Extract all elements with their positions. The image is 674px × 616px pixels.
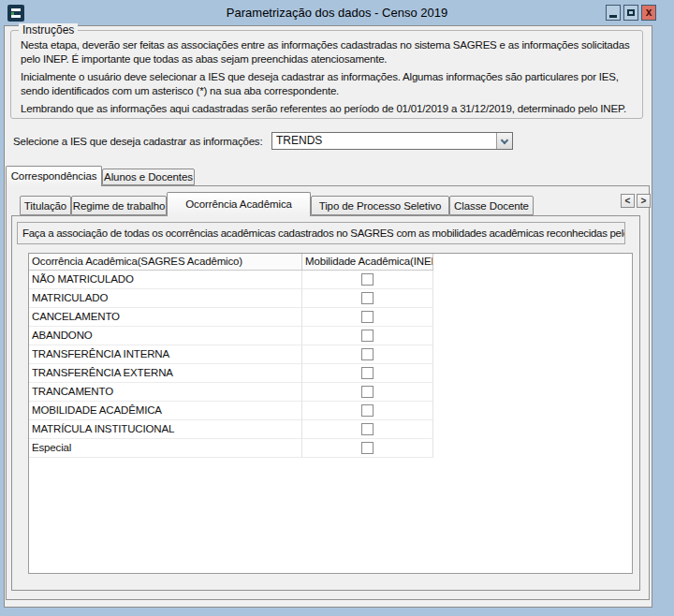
table-row[interactable]: NÃO MATRICULADO (29, 271, 632, 289)
dialog-body: Instruções Nesta etapa, deverão ser feit… (5, 26, 652, 607)
window-controls: x (606, 5, 656, 21)
mobility-checkbox[interactable] (361, 311, 374, 323)
mobility-checkbox[interactable] (361, 367, 374, 379)
table-row[interactable]: ABANDONO (29, 327, 632, 345)
mobility-checkbox[interactable] (361, 273, 374, 286)
mobility-cell (302, 402, 433, 420)
mobility-checkbox[interactable] (361, 386, 374, 398)
tab-regime-de-trabalho[interactable]: Regime de trabalho (71, 196, 167, 215)
occurrence-label: MATRICULADO (29, 289, 302, 308)
combobox-dropdown-button[interactable] (496, 133, 512, 149)
close-icon: x (646, 6, 652, 20)
table-row[interactable]: TRANSFERÊNCIA EXTERNA (29, 364, 632, 383)
occurrence-label: TRANCAMENTO (29, 383, 302, 402)
tab-scroll-right-button[interactable]: > (637, 194, 651, 208)
mobility-checkbox[interactable] (361, 292, 374, 304)
tab-classe-docente[interactable]: Classe Docente (449, 196, 534, 215)
instructions-groupbox: Instruções Nesta etapa, deverão ser feit… (10, 30, 643, 119)
grid-header-row: Ocorrência Acadêmica(SAGRES Acadêmico) M… (29, 254, 632, 271)
mobility-cell (302, 364, 433, 383)
table-row[interactable]: Especial (29, 439, 632, 458)
mobility-checkbox[interactable] (361, 442, 374, 454)
occurrence-label: Especial (29, 439, 302, 458)
maximize-icon (627, 9, 635, 16)
mobility-checkbox[interactable] (361, 330, 374, 342)
mobility-checkbox[interactable] (361, 423, 374, 435)
tab-titulacao[interactable]: Titulação (20, 196, 71, 215)
chevron-down-icon (501, 137, 508, 144)
table-row[interactable]: CANCELAMENTO (29, 308, 632, 327)
mobility-cell (302, 308, 433, 327)
mobility-checkbox[interactable] (361, 348, 374, 360)
window-title: Parametrização dos dados - Censo 2019 (0, 0, 674, 26)
association-instruction-bar: Faça a associação de todas os ocorrência… (17, 222, 625, 244)
occurrence-label: TRANSFERÊNCIA INTERNA (29, 345, 302, 364)
mobility-checkbox[interactable] (361, 404, 374, 417)
ies-combobox[interactable]: TRENDS (271, 132, 513, 150)
mobility-cell (302, 345, 433, 364)
association-grid: Ocorrência Acadêmica(SAGRES Acadêmico) M… (28, 253, 633, 574)
tab-tipo-de-processo-seletivo[interactable]: Tipo de Processo Seletivo (311, 196, 449, 215)
occurrence-label: MATRÍCULA INSTITUCIONAL (29, 420, 302, 439)
table-row[interactable]: MATRICULADO (29, 289, 632, 308)
mobility-cell (302, 439, 433, 458)
minimize-icon (609, 15, 617, 18)
instructions-paragraph: Lembrando que as informações aqui cadast… (21, 102, 633, 116)
mobility-cell (302, 289, 433, 308)
table-row[interactable]: TRANCAMENTO (29, 383, 632, 402)
title-bar: Parametrização dos dados - Censo 2019 x (0, 0, 674, 26)
tab-scroll-left-button[interactable]: < (621, 194, 635, 208)
mobility-cell (302, 420, 433, 439)
occurrence-label: TRANSFERÊNCIA EXTERNA (29, 364, 302, 383)
occurrence-label: NÃO MATRICULADO (29, 271, 302, 289)
ies-combobox-value: TRENDS (276, 134, 322, 147)
mobility-cell (302, 327, 433, 345)
table-row[interactable]: MOBILIDADE ACADÊMICA (29, 402, 632, 420)
table-row[interactable]: TRANSFERÊNCIA INTERNA (29, 345, 632, 364)
instructions-paragraph: Nesta etapa, deverão ser feitas as assoc… (21, 38, 633, 66)
maximize-button[interactable] (623, 5, 638, 21)
column-header-inep: Mobilidade Acadêmica(INEP) (302, 254, 433, 271)
occurrence-label: ABANDONO (29, 327, 302, 345)
tab-ocorrencia-academica[interactable]: Ocorrência Acadêmica (167, 192, 311, 216)
column-header-sagres: Ocorrência Acadêmica(SAGRES Acadêmico) (29, 254, 302, 271)
mobility-cell (302, 383, 433, 402)
tab-alunos-e-docentes[interactable]: Alunos e Docentes (102, 169, 195, 185)
tab-correspondencias[interactable]: Correspondências (6, 166, 102, 186)
table-row[interactable]: MATRÍCULA INSTITUCIONAL (29, 420, 632, 439)
close-button[interactable]: x (641, 5, 656, 21)
ies-select-label: Selecione a IES que deseja cadastrar as … (13, 136, 262, 147)
instructions-legend: Instruções (19, 23, 78, 37)
instructions-text: Nesta etapa, deverão ser feitas as assoc… (11, 31, 642, 116)
instructions-paragraph: Inicialmente o usuário deve selecionar a… (21, 70, 633, 97)
occurrence-label: MOBILIDADE ACADÊMICA (29, 402, 302, 420)
mobility-cell (302, 271, 433, 289)
occurrence-label: CANCELAMENTO (29, 308, 302, 327)
minimize-button[interactable] (606, 5, 621, 21)
